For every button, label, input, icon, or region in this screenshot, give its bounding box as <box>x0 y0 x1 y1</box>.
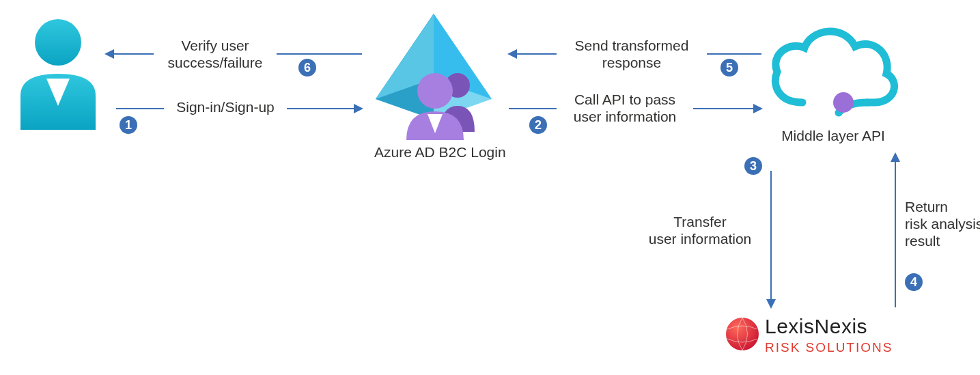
step-2-arrow <box>693 108 761 109</box>
middle-layer-api-label: Middle layer API <box>761 127 905 144</box>
step-6-line-right <box>277 53 362 55</box>
user-icon <box>14 14 102 130</box>
step-4-arrow <box>895 154 896 307</box>
step-5-line-right <box>707 53 761 55</box>
svg-point-7 <box>833 92 854 113</box>
svg-point-0 <box>35 19 81 66</box>
svg-point-6 <box>417 73 453 109</box>
lexisnexis-wordmark: LexisNexis <box>765 314 867 339</box>
step-4-label: Return risk analysis result <box>905 198 980 250</box>
step-3-label: Transfer user information <box>639 213 761 247</box>
step-2-line-left <box>509 108 557 109</box>
step-3-badge: 3 <box>744 157 762 175</box>
step-1-line-left <box>116 108 164 109</box>
step-2-badge: 2 <box>529 116 547 134</box>
azure-ad-b2c-icon <box>369 10 499 140</box>
step-5-badge: 5 <box>720 59 738 77</box>
step-1-badge: 1 <box>120 116 137 134</box>
step-5-arrow-left <box>509 53 557 55</box>
step-6-badge: 6 <box>298 59 316 77</box>
lexisnexis-globe-icon <box>724 316 761 352</box>
step-5-label: Send transformed response <box>557 37 707 71</box>
step-4-badge: 4 <box>905 273 923 291</box>
lexisnexis-subtitle: RISK SOLUTIONS <box>765 340 893 356</box>
svg-point-8 <box>726 318 759 350</box>
step-6-label: Verify user success/failure <box>154 37 277 71</box>
step-1-label: Sign-in/Sign-up <box>164 98 287 115</box>
cloud-api-icon <box>765 20 901 123</box>
step-2-label: Call API to pass user information <box>557 91 693 125</box>
step-1-arrow <box>287 108 362 109</box>
architecture-diagram: Azure AD B2C Login Middle layer API Lexi… <box>0 0 980 375</box>
azure-ad-b2c-label: Azure AD B2C Login <box>374 143 504 161</box>
step-3-arrow <box>770 171 772 307</box>
step-6-arrow-left <box>106 53 154 55</box>
